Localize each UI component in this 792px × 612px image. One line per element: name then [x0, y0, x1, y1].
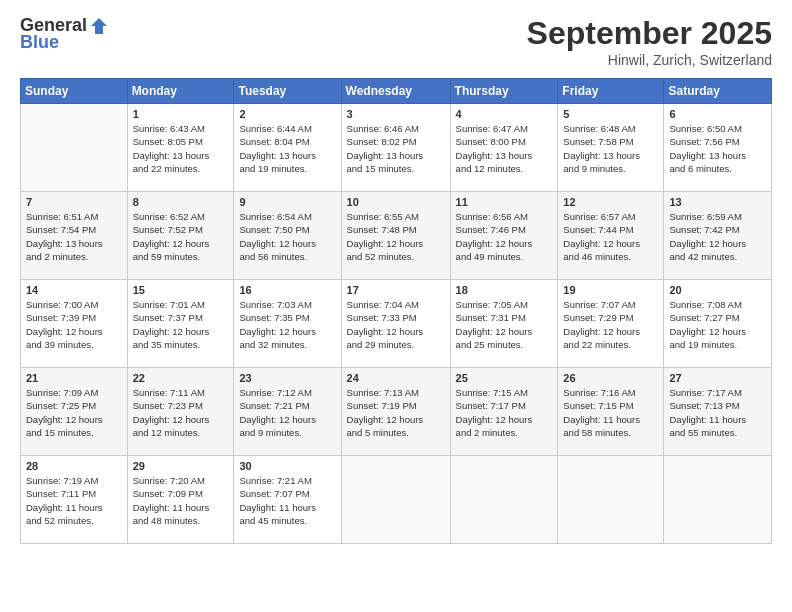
- day-info: Sunrise: 7:09 AMSunset: 7:25 PMDaylight:…: [26, 386, 122, 439]
- day-number: 12: [563, 196, 658, 208]
- day-number: 29: [133, 460, 229, 472]
- table-row: 20Sunrise: 7:08 AMSunset: 7:27 PMDayligh…: [664, 280, 772, 368]
- day-number: 19: [563, 284, 658, 296]
- table-row: 18Sunrise: 7:05 AMSunset: 7:31 PMDayligh…: [450, 280, 558, 368]
- table-row: 15Sunrise: 7:01 AMSunset: 7:37 PMDayligh…: [127, 280, 234, 368]
- day-number: 10: [347, 196, 445, 208]
- day-info: Sunrise: 6:51 AMSunset: 7:54 PMDaylight:…: [26, 210, 122, 263]
- day-number: 18: [456, 284, 553, 296]
- day-info: Sunrise: 7:00 AMSunset: 7:39 PMDaylight:…: [26, 298, 122, 351]
- title-section: September 2025 Hinwil, Zurich, Switzerla…: [527, 15, 772, 68]
- day-info: Sunrise: 7:15 AMSunset: 7:17 PMDaylight:…: [456, 386, 553, 439]
- day-number: 1: [133, 108, 229, 120]
- table-row: 3Sunrise: 6:46 AMSunset: 8:02 PMDaylight…: [341, 104, 450, 192]
- day-info: Sunrise: 6:52 AMSunset: 7:52 PMDaylight:…: [133, 210, 229, 263]
- day-number: 2: [239, 108, 335, 120]
- day-number: 27: [669, 372, 766, 384]
- day-number: 5: [563, 108, 658, 120]
- table-row: 4Sunrise: 6:47 AMSunset: 8:00 PMDaylight…: [450, 104, 558, 192]
- table-row: 14Sunrise: 7:00 AMSunset: 7:39 PMDayligh…: [21, 280, 128, 368]
- day-number: 11: [456, 196, 553, 208]
- table-row: 25Sunrise: 7:15 AMSunset: 7:17 PMDayligh…: [450, 368, 558, 456]
- day-number: 28: [26, 460, 122, 472]
- logo-icon: [89, 16, 109, 36]
- table-row: 9Sunrise: 6:54 AMSunset: 7:50 PMDaylight…: [234, 192, 341, 280]
- table-row: 29Sunrise: 7:20 AMSunset: 7:09 PMDayligh…: [127, 456, 234, 544]
- col-friday: Friday: [558, 79, 664, 104]
- day-info: Sunrise: 7:20 AMSunset: 7:09 PMDaylight:…: [133, 474, 229, 527]
- table-row: 26Sunrise: 7:16 AMSunset: 7:15 PMDayligh…: [558, 368, 664, 456]
- day-number: 24: [347, 372, 445, 384]
- table-row: 24Sunrise: 7:13 AMSunset: 7:19 PMDayligh…: [341, 368, 450, 456]
- day-info: Sunrise: 7:12 AMSunset: 7:21 PMDaylight:…: [239, 386, 335, 439]
- table-row: 23Sunrise: 7:12 AMSunset: 7:21 PMDayligh…: [234, 368, 341, 456]
- table-row: 12Sunrise: 6:57 AMSunset: 7:44 PMDayligh…: [558, 192, 664, 280]
- table-row: 17Sunrise: 7:04 AMSunset: 7:33 PMDayligh…: [341, 280, 450, 368]
- day-info: Sunrise: 6:43 AMSunset: 8:05 PMDaylight:…: [133, 122, 229, 175]
- table-row: 16Sunrise: 7:03 AMSunset: 7:35 PMDayligh…: [234, 280, 341, 368]
- day-info: Sunrise: 7:01 AMSunset: 7:37 PMDaylight:…: [133, 298, 229, 351]
- col-tuesday: Tuesday: [234, 79, 341, 104]
- table-row: 21Sunrise: 7:09 AMSunset: 7:25 PMDayligh…: [21, 368, 128, 456]
- day-number: 23: [239, 372, 335, 384]
- col-thursday: Thursday: [450, 79, 558, 104]
- day-info: Sunrise: 6:59 AMSunset: 7:42 PMDaylight:…: [669, 210, 766, 263]
- day-number: 22: [133, 372, 229, 384]
- page: General Blue September 2025 Hinwil, Zuri…: [0, 0, 792, 612]
- day-info: Sunrise: 6:57 AMSunset: 7:44 PMDaylight:…: [563, 210, 658, 263]
- table-row: 11Sunrise: 6:56 AMSunset: 7:46 PMDayligh…: [450, 192, 558, 280]
- logo: General Blue: [20, 15, 109, 53]
- table-row: 8Sunrise: 6:52 AMSunset: 7:52 PMDaylight…: [127, 192, 234, 280]
- day-info: Sunrise: 7:07 AMSunset: 7:29 PMDaylight:…: [563, 298, 658, 351]
- table-row: 19Sunrise: 7:07 AMSunset: 7:29 PMDayligh…: [558, 280, 664, 368]
- table-row: 6Sunrise: 6:50 AMSunset: 7:56 PMDaylight…: [664, 104, 772, 192]
- calendar: Sunday Monday Tuesday Wednesday Thursday…: [20, 78, 772, 544]
- table-row: [450, 456, 558, 544]
- day-number: 9: [239, 196, 335, 208]
- table-row: 2Sunrise: 6:44 AMSunset: 8:04 PMDaylight…: [234, 104, 341, 192]
- day-number: 21: [26, 372, 122, 384]
- day-info: Sunrise: 6:54 AMSunset: 7:50 PMDaylight:…: [239, 210, 335, 263]
- day-number: 30: [239, 460, 335, 472]
- day-number: 4: [456, 108, 553, 120]
- day-number: 15: [133, 284, 229, 296]
- day-info: Sunrise: 7:03 AMSunset: 7:35 PMDaylight:…: [239, 298, 335, 351]
- day-number: 8: [133, 196, 229, 208]
- table-row: 28Sunrise: 7:19 AMSunset: 7:11 PMDayligh…: [21, 456, 128, 544]
- day-info: Sunrise: 7:05 AMSunset: 7:31 PMDaylight:…: [456, 298, 553, 351]
- day-info: Sunrise: 6:44 AMSunset: 8:04 PMDaylight:…: [239, 122, 335, 175]
- day-info: Sunrise: 6:55 AMSunset: 7:48 PMDaylight:…: [347, 210, 445, 263]
- table-row: [558, 456, 664, 544]
- table-row: [21, 104, 128, 192]
- table-row: 1Sunrise: 6:43 AMSunset: 8:05 PMDaylight…: [127, 104, 234, 192]
- table-row: 30Sunrise: 7:21 AMSunset: 7:07 PMDayligh…: [234, 456, 341, 544]
- col-wednesday: Wednesday: [341, 79, 450, 104]
- day-info: Sunrise: 7:13 AMSunset: 7:19 PMDaylight:…: [347, 386, 445, 439]
- day-info: Sunrise: 7:11 AMSunset: 7:23 PMDaylight:…: [133, 386, 229, 439]
- day-info: Sunrise: 7:17 AMSunset: 7:13 PMDaylight:…: [669, 386, 766, 439]
- day-info: Sunrise: 6:47 AMSunset: 8:00 PMDaylight:…: [456, 122, 553, 175]
- day-info: Sunrise: 6:48 AMSunset: 7:58 PMDaylight:…: [563, 122, 658, 175]
- day-info: Sunrise: 7:08 AMSunset: 7:27 PMDaylight:…: [669, 298, 766, 351]
- day-number: 13: [669, 196, 766, 208]
- day-number: 25: [456, 372, 553, 384]
- day-number: 3: [347, 108, 445, 120]
- day-info: Sunrise: 6:50 AMSunset: 7:56 PMDaylight:…: [669, 122, 766, 175]
- col-saturday: Saturday: [664, 79, 772, 104]
- table-row: 13Sunrise: 6:59 AMSunset: 7:42 PMDayligh…: [664, 192, 772, 280]
- day-info: Sunrise: 7:04 AMSunset: 7:33 PMDaylight:…: [347, 298, 445, 351]
- calendar-header-row: Sunday Monday Tuesday Wednesday Thursday…: [21, 79, 772, 104]
- day-info: Sunrise: 7:16 AMSunset: 7:15 PMDaylight:…: [563, 386, 658, 439]
- day-number: 7: [26, 196, 122, 208]
- day-info: Sunrise: 7:21 AMSunset: 7:07 PMDaylight:…: [239, 474, 335, 527]
- month-title: September 2025: [527, 15, 772, 52]
- logo-blue: Blue: [20, 32, 59, 53]
- day-number: 16: [239, 284, 335, 296]
- col-sunday: Sunday: [21, 79, 128, 104]
- location-subtitle: Hinwil, Zurich, Switzerland: [527, 52, 772, 68]
- table-row: 22Sunrise: 7:11 AMSunset: 7:23 PMDayligh…: [127, 368, 234, 456]
- table-row: 7Sunrise: 6:51 AMSunset: 7:54 PMDaylight…: [21, 192, 128, 280]
- day-number: 14: [26, 284, 122, 296]
- day-number: 20: [669, 284, 766, 296]
- table-row: [664, 456, 772, 544]
